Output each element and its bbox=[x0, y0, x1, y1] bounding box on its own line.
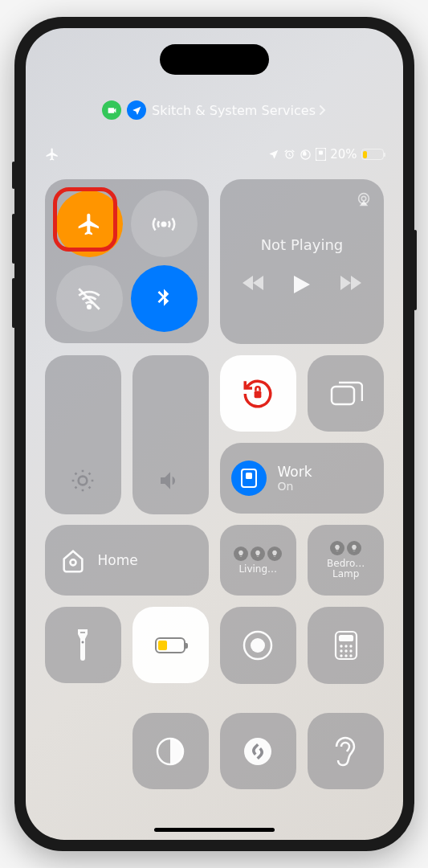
svg-point-25 bbox=[340, 654, 342, 657]
cellular-data-toggle[interactable] bbox=[131, 190, 198, 257]
status-orientation-lock-icon bbox=[300, 149, 312, 161]
screen: Skitch & System Services 20% bbox=[26, 28, 403, 840]
svg-rect-18 bbox=[340, 636, 353, 641]
shazam-button[interactable] bbox=[220, 713, 296, 789]
home-indicator[interactable] bbox=[154, 828, 275, 832]
media-play-button[interactable] bbox=[294, 276, 310, 293]
bluetooth-toggle[interactable] bbox=[131, 265, 198, 332]
svg-point-26 bbox=[344, 654, 347, 657]
home-label: Home bbox=[98, 552, 138, 568]
svg-point-10 bbox=[79, 476, 88, 485]
dark-mode-toggle[interactable] bbox=[132, 713, 209, 789]
orientation-lock-toggle[interactable] bbox=[220, 355, 296, 432]
control-center: Not Playing bbox=[45, 179, 384, 694]
home-accessory-living[interactable]: Living… bbox=[220, 525, 296, 596]
svg-point-6 bbox=[362, 196, 367, 201]
calculator-button[interactable] bbox=[308, 607, 384, 683]
flashlight-button[interactable] bbox=[45, 607, 121, 683]
location-indicator-icon bbox=[127, 100, 146, 120]
screen-mirroring-button[interactable] bbox=[308, 355, 384, 432]
svg-point-29 bbox=[244, 738, 271, 765]
svg-rect-2 bbox=[319, 151, 323, 155]
svg-point-23 bbox=[344, 649, 347, 652]
svg-rect-9 bbox=[332, 387, 354, 404]
svg-point-13 bbox=[70, 560, 75, 566]
airplay-icon[interactable] bbox=[355, 190, 373, 208]
home-tile[interactable]: Home bbox=[45, 525, 209, 596]
low-power-mode-toggle[interactable] bbox=[132, 607, 209, 683]
svg-point-24 bbox=[349, 649, 352, 652]
focus-title: Work bbox=[278, 464, 312, 480]
svg-point-21 bbox=[349, 645, 352, 647]
svg-rect-12 bbox=[246, 473, 252, 479]
svg-point-20 bbox=[344, 645, 347, 647]
svg-rect-8 bbox=[255, 391, 262, 398]
brightness-icon bbox=[70, 468, 96, 493]
iphone-frame: Skitch & System Services 20% bbox=[14, 17, 414, 851]
status-battery-percent: 20% bbox=[330, 147, 357, 162]
status-bar: 20% bbox=[26, 147, 403, 162]
bulb-icon bbox=[251, 547, 265, 561]
privacy-pill-bar[interactable]: Skitch & System Services bbox=[26, 100, 403, 120]
media-rewind-button[interactable] bbox=[243, 276, 263, 293]
media-tile[interactable]: Not Playing bbox=[220, 179, 385, 344]
media-title: Not Playing bbox=[261, 236, 344, 253]
status-battery-icon bbox=[361, 149, 384, 160]
dynamic-island bbox=[160, 44, 269, 75]
focus-tile[interactable]: Work On bbox=[220, 443, 385, 514]
svg-point-16 bbox=[251, 638, 265, 653]
home-icon bbox=[59, 547, 87, 574]
brightness-slider[interactable] bbox=[45, 355, 121, 514]
svg-point-27 bbox=[349, 654, 352, 657]
accessory-label: Living… bbox=[238, 564, 277, 575]
status-airplane-icon bbox=[45, 147, 59, 162]
bulb-icon bbox=[234, 547, 248, 561]
svg-point-22 bbox=[340, 649, 342, 652]
status-location-icon bbox=[268, 149, 279, 160]
volume-slider[interactable] bbox=[132, 355, 209, 514]
hearing-button[interactable] bbox=[308, 713, 384, 789]
volume-icon bbox=[157, 468, 183, 493]
bulb-icon bbox=[267, 547, 282, 561]
status-focus-icon bbox=[316, 148, 326, 161]
privacy-apps-label: Skitch & System Services bbox=[152, 103, 326, 118]
bulb-icon bbox=[330, 541, 344, 555]
airplane-mode-toggle[interactable] bbox=[56, 190, 123, 257]
home-accessory-bedroom[interactable]: Bedro… Lamp bbox=[308, 525, 384, 596]
wifi-toggle[interactable] bbox=[56, 265, 123, 332]
status-alarm-icon bbox=[283, 149, 296, 161]
bulb-icon bbox=[347, 541, 361, 555]
media-forward-button[interactable] bbox=[340, 276, 361, 293]
accessory-label: Bedro… Lamp bbox=[327, 559, 365, 579]
screen-record-button[interactable] bbox=[220, 607, 296, 683]
camera-indicator-icon bbox=[102, 100, 121, 120]
focus-work-icon bbox=[231, 461, 267, 496]
svg-point-19 bbox=[340, 645, 342, 647]
svg-point-3 bbox=[162, 222, 166, 226]
svg-point-4 bbox=[88, 305, 90, 308]
svg-point-14 bbox=[82, 641, 84, 643]
focus-subtitle: On bbox=[278, 480, 312, 493]
connectivity-tile[interactable] bbox=[45, 179, 209, 343]
